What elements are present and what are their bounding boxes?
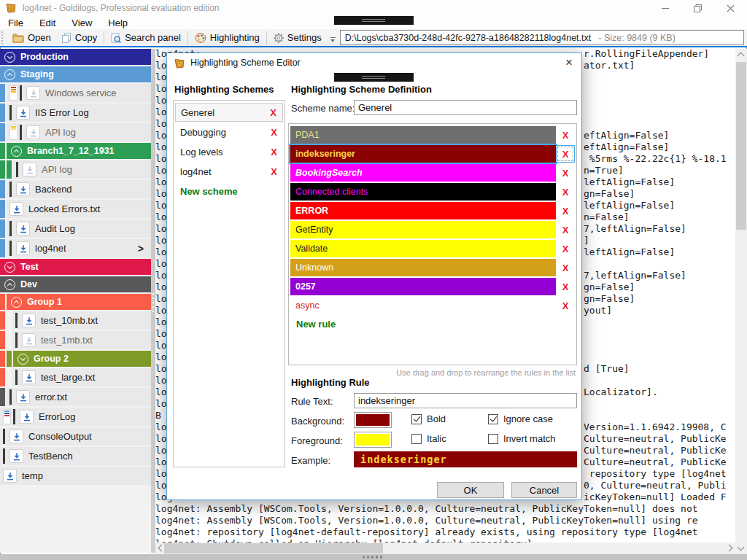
file-row-body[interactable]: IIS Error Log (7, 104, 151, 122)
foreground-color-swatch[interactable] (354, 432, 392, 448)
horizontal-scroll-thumb[interactable] (164, 543, 383, 553)
delete-rule-button[interactable]: X (556, 221, 575, 238)
scheme-item-generel[interactable]: GenerelX (175, 103, 283, 122)
group-header-bar[interactable]: Group 1 (7, 294, 151, 310)
checkbox-box[interactable] (411, 414, 422, 424)
download-icon[interactable] (3, 469, 17, 483)
sidebar-item-test_10mb-txt[interactable]: test_10mb.txt (0, 311, 151, 330)
checkbox-box[interactable] (411, 434, 422, 444)
file-row-body[interactable]: test_10mb.txt (12, 311, 151, 330)
checkbox-box[interactable] (488, 434, 498, 444)
download-icon[interactable] (9, 202, 23, 216)
rule-item-error[interactable]: ERRORX (290, 202, 575, 219)
toolbar-button-highlighting[interactable]: Highlighting (190, 29, 265, 46)
file-row-body[interactable]: Locked Errors.txt (7, 200, 151, 218)
scroll-up-icon[interactable] (738, 52, 745, 60)
rule-color-bar[interactable]: ERROR (290, 202, 556, 219)
rule-color-bar[interactable]: Unknown (290, 259, 556, 276)
download-icon[interactable] (20, 410, 34, 424)
rule-color-bar[interactable]: GetEntity (290, 221, 556, 238)
rule-color-bar[interactable]: Validate (290, 240, 556, 257)
chevron-down-icon[interactable] (4, 262, 15, 273)
delete-scheme-button[interactable]: X (270, 107, 276, 118)
sidebar-item-consoleoutput[interactable]: ConsoleOutput (0, 427, 151, 446)
rule-item-pda1[interactable]: PDA1X (290, 126, 575, 144)
new-scheme-button[interactable]: New scheme (174, 182, 285, 201)
delete-rule-button[interactable]: X (556, 297, 575, 314)
rule-color-bar[interactable]: 0257 (290, 278, 556, 295)
download-icon[interactable] (16, 182, 30, 196)
chevron-down-icon[interactable] (4, 52, 15, 63)
download-icon[interactable] (23, 163, 36, 176)
group-header-bar[interactable]: Branch1_7_12_1931 (7, 143, 151, 159)
delete-scheme-button[interactable]: X (271, 147, 277, 158)
dialog-title-bar[interactable]: Highlighting Scheme Editor (167, 53, 581, 72)
horizontal-scrollbar[interactable] (155, 542, 735, 554)
file-row-body[interactable]: TestBench (0, 447, 151, 465)
toolbar-grip[interactable] (1, 31, 5, 44)
rule-item-unknown[interactable]: UnknownX (290, 259, 575, 276)
rule-item-indekseringer[interactable]: indekseringerX (290, 145, 575, 163)
download-icon[interactable] (26, 125, 40, 139)
menu-file[interactable]: File (0, 18, 31, 28)
new-rule-button[interactable]: New rule (290, 316, 575, 332)
sidebar-item-log4net[interactable]: log4net> (0, 239, 151, 257)
rule-color-bar[interactable]: Connected clients (290, 183, 556, 201)
download-icon[interactable] (9, 429, 23, 443)
file-row-body[interactable]: ErrorLog (0, 408, 151, 426)
group-header-bar[interactable]: Staging (0, 66, 151, 82)
scheme-item-log-levels[interactable]: Log levelsX (175, 142, 283, 161)
file-row-body[interactable]: test_1mb.txt (12, 331, 151, 349)
file-row-body[interactable]: API log (13, 160, 151, 179)
rule-color-bar[interactable]: indekseringer (290, 145, 556, 163)
sidebar-item-errorlog[interactable]: ErrorLog (0, 408, 151, 426)
scheme-item-debugging[interactable]: DebuggingX (175, 122, 283, 141)
file-row-body[interactable]: Audit Log (7, 219, 151, 238)
download-icon[interactable] (16, 106, 30, 120)
toolbar-overflow-icon[interactable] (329, 31, 338, 44)
rule-item-async[interactable]: asyncX (290, 297, 575, 314)
delete-rule-button[interactable]: X (556, 240, 575, 257)
splitter-grip-dots[interactable] (363, 556, 384, 559)
sidebar-item-api-log[interactable]: API log (0, 160, 151, 179)
minimize-button[interactable] (649, 0, 681, 16)
group-header-bar[interactable]: Dev (0, 276, 151, 292)
download-icon[interactable] (9, 449, 23, 463)
sidebar-item-api-log[interactable]: API log (0, 123, 151, 141)
download-icon[interactable] (22, 370, 36, 384)
checkbox-invert-match[interactable]: Invert match (488, 433, 556, 444)
sidebar-item-testbench[interactable]: TestBench (0, 447, 151, 465)
group-header-staging[interactable]: Staging (0, 66, 151, 82)
sidebar-item-locked-errors-txt[interactable]: Locked Errors.txt (0, 200, 151, 218)
scroll-down-icon[interactable] (738, 544, 745, 551)
rule-item-validate[interactable]: ValidateX (290, 240, 575, 257)
group-header-branch1_7_12_1931[interactable]: Branch1_7_12_1931 (0, 143, 151, 159)
file-row-body[interactable]: Windows service (7, 84, 151, 102)
toolbar-button-search-panel[interactable]: Search panel (106, 29, 186, 46)
group-header-test[interactable]: Test (0, 259, 151, 275)
group-header-group-2[interactable]: Group 2 (0, 351, 151, 367)
file-row-body[interactable]: API log (7, 123, 151, 141)
scrollbar-corner[interactable] (735, 542, 747, 554)
toolbar-button-copy[interactable]: Copy (56, 29, 102, 46)
scheme-item-log4net[interactable]: log4netX (175, 162, 283, 181)
restore-button[interactable] (681, 0, 714, 16)
rule-item-getentity[interactable]: GetEntityX (290, 221, 575, 238)
sidebar-item-audit-log[interactable]: Audit Log (0, 219, 151, 238)
sidebar-item-windows-service[interactable]: Windows service (0, 84, 151, 102)
download-icon[interactable] (22, 314, 36, 327)
menu-help[interactable]: Help (100, 18, 136, 28)
scroll-right-icon[interactable] (726, 545, 733, 552)
delete-rule-button[interactable]: X (556, 259, 575, 276)
vertical-scroll-thumb[interactable] (736, 62, 746, 230)
rule-color-bar[interactable]: async (290, 297, 556, 314)
checkbox-bold[interactable]: Bold (411, 413, 446, 424)
group-header-dev[interactable]: Dev (0, 276, 151, 292)
file-row-body[interactable]: ConsoleOutput (0, 427, 151, 446)
scheme-name-input[interactable] (354, 100, 577, 115)
chevron-down-icon[interactable] (18, 354, 28, 365)
background-color-swatch[interactable] (354, 412, 392, 428)
delete-scheme-button[interactable]: X (271, 127, 277, 138)
bottom-splitter-strip[interactable] (0, 554, 747, 560)
checkbox-box[interactable] (488, 414, 498, 424)
